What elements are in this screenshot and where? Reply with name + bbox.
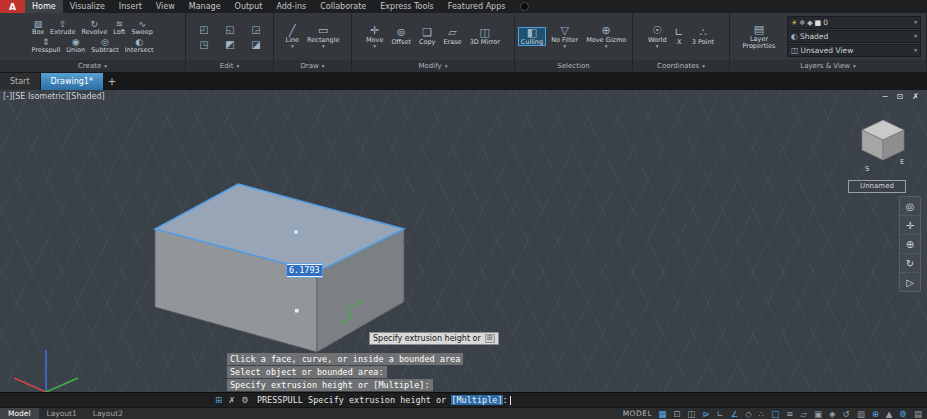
command-input[interactable]: PRESSPULL Specify extrusion height or [M… [257, 395, 511, 405]
move-gizmo-button[interactable]: ⊕Move Gizmo▾ [583, 25, 629, 49]
tab-view[interactable]: View [149, 0, 182, 13]
panel-label-layers-view[interactable]: Layers & View▾ [730, 60, 926, 72]
sweep-button[interactable]: ∿Sweep [128, 19, 156, 36]
grid-toggle[interactable]: ▦ [658, 409, 666, 419]
viewcube-south-label[interactable]: S [865, 165, 870, 173]
viewcube-view-name[interactable]: Unnamed [848, 180, 906, 193]
intersect-button[interactable]: ◐Intersect [122, 37, 157, 54]
customization-toggle[interactable]: ▤ [914, 409, 922, 419]
edit-tool-4-icon[interactable]: ◳ [192, 38, 216, 51]
pan-icon[interactable]: ✛ [900, 216, 920, 235]
offset-label: Offset [391, 39, 411, 46]
copy-button[interactable]: ❏Copy [416, 27, 439, 46]
viewport[interactable]: [-][SE Isometric][Shaded] ─⊡✗ S E Unname… [0, 90, 927, 392]
panel-label-edit[interactable]: Edit▾ [186, 60, 273, 72]
tab-collaborate[interactable]: Collaborate [313, 0, 373, 13]
polar-tracking-toggle[interactable]: ∠ [731, 409, 739, 419]
view-selector[interactable]: ◫ Unsaved View ▾ [787, 44, 921, 57]
edit-tool-5-icon[interactable]: ◩ [218, 38, 242, 51]
show-motion-icon[interactable]: ▷ [900, 273, 920, 291]
dynamic-input-toggle[interactable]: ⊳ [702, 409, 709, 419]
isometric-drafting-toggle[interactable]: ◇ [745, 409, 752, 419]
transparency-toggle[interactable]: ▱ [800, 409, 807, 419]
presspull-button[interactable]: ⇕Presspull [28, 37, 63, 54]
file-tab-start[interactable]: Start [0, 73, 40, 90]
3-point-button[interactable]: ∴3 Point [689, 27, 717, 46]
culling-button[interactable]: ◧Culling [518, 27, 546, 46]
tab-home[interactable]: Home [25, 0, 63, 13]
snap-toggle[interactable]: ⊡ [673, 409, 680, 419]
layout-tab-model[interactable]: Model [0, 408, 39, 419]
tab-insert[interactable]: Insert [112, 0, 149, 13]
edit-tool-6-icon[interactable]: ◪ [244, 38, 268, 51]
tab-manage[interactable]: Manage [182, 0, 228, 13]
layer-selector[interactable]: ☀❄◆■ 0 ▾ [787, 16, 921, 29]
tab-output[interactable]: Output [228, 0, 270, 13]
caret-down-icon: ▾ [563, 44, 566, 49]
subtract-button[interactable]: ◎Subtract [88, 37, 122, 54]
box-button[interactable]: ▧Box [29, 19, 47, 36]
viewcube[interactable]: S E [852, 112, 914, 178]
erase-button[interactable]: ▱Erase [440, 27, 464, 46]
command-customize-icon[interactable]: ⚙ [241, 396, 249, 405]
ortho-toggle[interactable]: ∟ [717, 409, 724, 419]
ribbon-options-icon[interactable] [520, 2, 529, 11]
layout-tab-layout2[interactable]: Layout2 [85, 408, 131, 419]
tab-featured-apps[interactable]: Featured Apps [441, 0, 513, 13]
navigation-wheel-icon[interactable]: ◎ [900, 197, 920, 216]
extrude-button[interactable]: ⇧Extrude [47, 19, 78, 36]
gizmo-toggle[interactable]: ⊕ [872, 409, 879, 419]
command-line[interactable]: ⊞✗⚙ PRESSPULL Specify extrusion height o… [0, 392, 927, 407]
tab-visualize[interactable]: Visualize [63, 0, 112, 13]
object-snap-tracking-toggle[interactable]: ∴ [759, 409, 764, 419]
command-palette-icon[interactable]: ⊞ [215, 396, 222, 405]
orbit-icon[interactable]: ↻ [900, 254, 920, 273]
object-snap-toggle[interactable]: □ [771, 409, 779, 419]
zoom-icon[interactable]: ⊕ [900, 235, 920, 254]
visual-style-selector[interactable]: ◐ Shaded ▾ [787, 30, 921, 43]
move-button[interactable]: ✛Move▾ [363, 25, 386, 49]
panel-label-draw[interactable]: Draw▾ [274, 60, 351, 72]
loft-button[interactable]: ≋Loft [110, 19, 128, 36]
app-logo-button[interactable]: A [0, 0, 25, 13]
selection-cycling-toggle[interactable]: ▣ [814, 409, 822, 419]
3d-object-snap-toggle[interactable]: ◈ [829, 409, 836, 419]
union-button[interactable]: ◉Union [63, 37, 88, 54]
rectangle-button[interactable]: ▭Rectangle▾ [304, 25, 342, 49]
workspace-settings-toggle[interactable]: ⚙ [899, 409, 907, 419]
edit-tool-2-icon[interactable]: ◱ [218, 23, 242, 36]
layer-properties-button[interactable]: ▤ Layer Properties [735, 24, 783, 50]
panel-label-selection[interactable]: Selection [515, 60, 632, 72]
selection-filtering-toggle[interactable]: ▥ [857, 409, 865, 419]
layout-tab-layout1[interactable]: Layout1 [39, 408, 85, 419]
infer-constraints-toggle[interactable]: ◫ [687, 409, 695, 419]
file-tab-drawing1[interactable]: Drawing1* [41, 73, 103, 90]
new-drawing-tab-button[interactable]: + [104, 73, 120, 90]
3d-box-object[interactable] [0, 90, 927, 392]
grip-point[interactable] [295, 309, 299, 313]
no-filter-button[interactable]: ▽No Filter▾ [548, 25, 581, 49]
command-option-multiple[interactable]: [Multiple] [451, 395, 502, 405]
tab-express-tools[interactable]: Express Tools [373, 0, 441, 13]
line-button[interactable]: ╱Line▾ [283, 25, 303, 49]
revolve-button[interactable]: ↻Revolve [79, 19, 111, 36]
annotation-visibility-toggle[interactable]: ▲ [886, 409, 893, 419]
lineweight-toggle[interactable]: ≡ [786, 409, 793, 419]
3d-mirror-button[interactable]: ◫3D Mirror [467, 27, 503, 46]
x-button[interactable]: ∟X [672, 27, 687, 46]
offset-button[interactable]: ⊚Offset [388, 27, 414, 46]
grip-point[interactable] [294, 230, 298, 234]
panel-label-modify[interactable]: Modify▾ [352, 60, 514, 72]
visual-style-value: Shaded [800, 32, 828, 41]
panel-label-create[interactable]: Create▾ [0, 60, 185, 72]
model-space-label[interactable]: MODEL [623, 409, 653, 418]
edit-tool-1-icon[interactable]: ◰ [192, 23, 216, 36]
world-button[interactable]: ☉World▾ [645, 25, 670, 49]
command-close-icon[interactable]: ✗ [228, 396, 235, 405]
dynamic-ucs-toggle[interactable]: ↺ [843, 409, 850, 419]
edit-tool-3-icon[interactable]: ◲ [244, 23, 268, 36]
panel-label-coordinates[interactable]: Coordinates▾ [633, 60, 729, 72]
dynamic-input-field[interactable]: 6.1793 [286, 263, 323, 278]
viewcube-east-label[interactable]: E [900, 158, 904, 166]
tab-add-ins[interactable]: Add-ins [269, 0, 313, 13]
